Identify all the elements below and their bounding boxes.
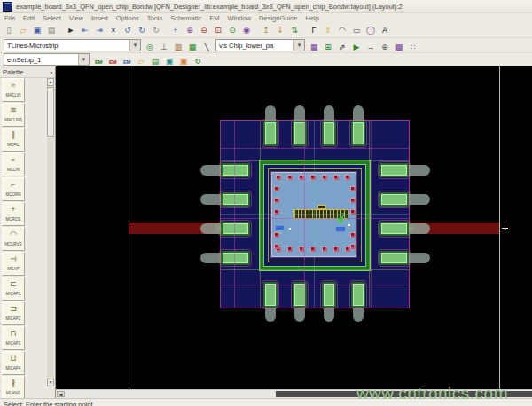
layer-select-combo[interactable]: v,s Chip_lower_pa ▼ <box>215 39 305 51</box>
die-bond-pad <box>333 175 339 180</box>
component-palette-combo[interactable]: TLines-Microstrip ▼ <box>4 39 141 51</box>
qfn-pad-top[interactable] <box>351 121 365 146</box>
net-grid-icon[interactable]: ▩ <box>393 42 405 53</box>
palette-item-micap3[interactable]: ⊓MICAP3 <box>2 326 25 350</box>
equal-space-h-icon[interactable]: ⇤ <box>79 25 91 36</box>
insert-circle-icon[interactable]: ◯ <box>364 25 377 36</box>
qfn-pad-right[interactable] <box>379 192 409 207</box>
palette-item-micap4[interactable]: ⊔MICAP4 <box>2 351 25 375</box>
equal-space-v-icon[interactable]: ⇥ <box>93 25 106 36</box>
qfn-pad-right[interactable] <box>379 251 409 265</box>
emsetup-combo[interactable]: emSetup_1 ▼ <box>4 53 90 66</box>
view-3d-icon[interactable]: ▣ <box>163 56 176 67</box>
menu-schematic[interactable]: Schematic <box>170 14 201 22</box>
scroll-down-icon[interactable]: ▼ <box>47 379 54 386</box>
qfn-pad-top[interactable] <box>322 121 336 146</box>
qfn-pad-right[interactable] <box>379 222 409 236</box>
qfn-pad-left[interactable] <box>221 192 250 207</box>
palette-item-maclin[interactable]: ≈MACLIN <box>2 78 25 102</box>
insert-rectangle-icon[interactable]: ▭ <box>350 25 363 36</box>
undo-icon[interactable]: ↺ <box>121 25 134 36</box>
insert-arrow-path-icon[interactable]: ⇧ <box>322 25 334 36</box>
em-results-folder-icon[interactable]: ▱ <box>135 56 147 67</box>
chevron-down-icon[interactable]: ▼ <box>293 40 304 51</box>
insert-arc-icon[interactable]: ◠ <box>336 25 348 36</box>
menu-file[interactable]: File <box>4 14 15 22</box>
menu-view[interactable]: View <box>69 14 83 22</box>
em-3d-preview-icon[interactable]: ▣ <box>177 56 190 67</box>
palette-item-mcros[interactable]: +MCROS <box>2 202 25 226</box>
add-port-grid-icon[interactable]: ⊞ <box>322 42 334 53</box>
rotate-icon[interactable]: ↻ <box>150 25 162 36</box>
palette-scrollbar[interactable]: ▲ ▼ <box>47 78 54 386</box>
menu-help[interactable]: Help <box>305 14 318 22</box>
delete-icon[interactable]: × <box>107 25 120 36</box>
zoom-prev-icon[interactable]: ◉ <box>240 25 253 36</box>
qfn-pad-left[interactable] <box>221 251 250 265</box>
palette-header[interactable]: Palette • <box>0 66 55 78</box>
menu-edit[interactable]: Edit <box>23 14 35 22</box>
menu-em[interactable]: EM <box>209 14 219 22</box>
bondwire-icon[interactable]: ⇗ <box>336 42 348 53</box>
scroll-up-icon[interactable]: ▲ <box>47 78 54 86</box>
play-layer-icon[interactable]: ▶ <box>350 42 363 53</box>
qfn-pad-bottom[interactable] <box>322 282 336 308</box>
move-layer-icon[interactable]: → <box>364 42 377 53</box>
qfn-pad-bottom[interactable] <box>263 282 278 308</box>
menu-window[interactable]: Window <box>227 14 251 22</box>
palette-item-mcfil[interactable]: ∥MCFIL <box>2 128 25 152</box>
menu-insert[interactable]: Insert <box>91 14 108 22</box>
layout-canvas[interactable]: 1 2 <box>56 66 532 389</box>
scroll-left-icon[interactable]: ◀ <box>57 391 65 397</box>
substrate-editor-icon[interactable]: ▤ <box>149 56 161 67</box>
palette-item-mgap[interactable]: ⊣MGAP <box>2 252 25 276</box>
palette-item-mlang[interactable]: ∦MLANG <box>2 376 25 398</box>
pop-hierarchy-icon[interactable]: ↧ <box>274 25 286 36</box>
palette-item-label: MICAP3 <box>4 340 23 345</box>
mgap-icon: ⊣ <box>3 253 24 266</box>
micap1-icon: ⊏ <box>3 277 24 291</box>
new-file-icon[interactable]: ▯ <box>3 25 15 36</box>
zoom-full-icon[interactable]: ⊙ <box>226 25 239 36</box>
title-bar[interactable]: example_board_3x3_QFN_open_chip_Bondw [Q… <box>0 0 532 13</box>
sync-hierarchy-icon[interactable]: ⇅ <box>288 25 301 36</box>
zoom-in-icon[interactable]: ⊕ <box>184 25 196 36</box>
design-kit-icon[interactable]: ▤ <box>45 25 58 36</box>
menu-options[interactable]: Options <box>116 14 139 22</box>
zoom-area-icon[interactable]: ⊡ <box>212 25 224 36</box>
toolbar-em: emSetup_1 ▼ EMEMEM▱▤▣▣↻ <box>0 53 532 66</box>
qfn-pad-left[interactable] <box>221 222 250 236</box>
snap-grid-icon[interactable]: ∷ <box>407 42 419 53</box>
menu-select[interactable]: Select <box>43 14 61 22</box>
qfn-pad-bottom[interactable] <box>351 282 365 308</box>
insert-trace-icon[interactable]: Γ <box>308 25 320 36</box>
insert-text-icon[interactable]: A <box>379 25 391 36</box>
chevron-down-icon[interactable]: ▼ <box>78 54 89 65</box>
micap4-icon: ⊔ <box>3 352 24 365</box>
menu-designguide[interactable]: DesignGuide <box>259 14 297 22</box>
redo-icon[interactable]: ↻ <box>136 25 148 36</box>
qfn-pad-right[interactable] <box>379 163 409 177</box>
scrollbar-thumb[interactable] <box>47 87 54 137</box>
palette-item-mcorn[interactable]: ⌐MCORN <box>2 177 25 201</box>
palette-item-mcurve[interactable]: ◠MCURVE <box>2 227 25 251</box>
save-icon[interactable]: ▣ <box>31 25 43 36</box>
palette-item-micap1[interactable]: ⊏MICAP1 <box>2 277 25 301</box>
open-folder-icon[interactable]: ▱ <box>17 25 29 36</box>
move-icon[interactable]: + <box>169 25 182 36</box>
pin-icon[interactable]: • <box>51 69 52 75</box>
palette-item-maclin3[interactable]: ≋MACLIN3 <box>2 103 25 127</box>
pointer-icon[interactable]: ► <box>65 25 77 36</box>
momentum-refresh-icon[interactable]: ↻ <box>192 56 204 67</box>
origin-icon[interactable]: ⊕ <box>379 42 391 53</box>
palette-item-micap2[interactable]: ⊐MICAP2 <box>2 301 25 325</box>
qfn-pad-top[interactable] <box>263 121 278 146</box>
layer-grid-icon[interactable]: ▦ <box>308 42 320 53</box>
push-hierarchy-icon[interactable]: ↥ <box>260 25 272 36</box>
die-bond-pad <box>345 175 350 180</box>
chevron-down-icon[interactable]: ▼ <box>129 40 140 51</box>
zoom-out-icon[interactable]: ⊖ <box>198 25 210 36</box>
qfn-pad-left[interactable] <box>221 163 250 177</box>
palette-item-mclin[interactable]: =MCLIN <box>2 152 25 176</box>
menu-tools[interactable]: Tools <box>147 14 163 22</box>
